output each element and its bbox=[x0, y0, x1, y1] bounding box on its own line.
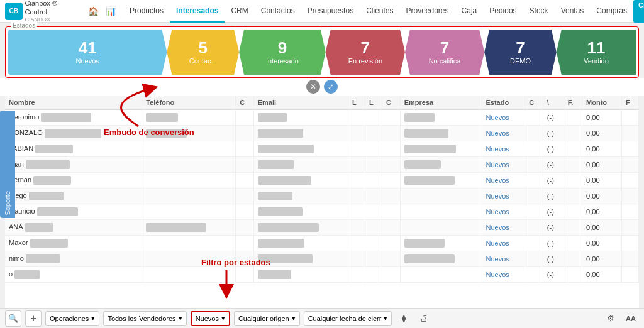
cell-l1 bbox=[348, 267, 365, 283]
cell-empresa bbox=[400, 110, 482, 126]
cell-telefono bbox=[142, 189, 236, 204]
cell-c2 bbox=[382, 267, 401, 283]
cell-nombre: Hernan bbox=[5, 173, 142, 189]
nav-clientes[interactable]: Clientes bbox=[360, 0, 399, 23]
nav-proveedores[interactable]: Proveedores bbox=[400, 0, 455, 23]
col-email[interactable]: Email bbox=[253, 96, 348, 110]
cell-c3 bbox=[525, 189, 543, 204]
dashboard-icon[interactable]: 📊 bbox=[103, 4, 118, 19]
overlay-close-button[interactable]: ✕ bbox=[306, 80, 320, 94]
cell-f bbox=[621, 236, 638, 251]
cell-fecha bbox=[564, 251, 582, 267]
origen-dropdown[interactable]: Cualquier origen ▾ bbox=[234, 311, 300, 326]
col-c2: C bbox=[382, 96, 401, 110]
cell-telefono bbox=[142, 173, 236, 189]
funnel-step-nuevos[interactable]: 41 Nuevos bbox=[8, 30, 167, 75]
user-name: Cianbox bbox=[638, 1, 644, 9]
table-row[interactable]: ANA Nuevos (-) 0,00 bbox=[5, 220, 639, 236]
brand-logo[interactable]: CB Cianbox ® Control CIANBOX bbox=[5, 0, 80, 23]
funnel-step-contac[interactable]: 5 Contac... bbox=[167, 30, 239, 75]
funnel-label-vendido: Vendido bbox=[584, 57, 609, 65]
states-funnel: 41 Nuevos 5 Contac... 9 Interesado 7 En … bbox=[8, 30, 636, 75]
cell-estado: Nuevos bbox=[482, 204, 525, 220]
col-monto[interactable]: Monto bbox=[582, 96, 622, 110]
table-row[interactable]: o Nuevos (-) 0,00 bbox=[5, 267, 639, 283]
cell-nombre: FABIAN bbox=[5, 141, 142, 157]
estado-dropdown[interactable]: Nuevos ▾ bbox=[191, 311, 230, 326]
cell-f bbox=[621, 126, 638, 141]
cell-nombre: Diego bbox=[5, 189, 142, 204]
nav-caja[interactable]: Caja bbox=[455, 0, 484, 23]
cell-l1 bbox=[348, 204, 365, 220]
nav-contactos[interactable]: Contactos bbox=[255, 0, 301, 23]
user-badge[interactable]: Cianbox Casa Central bbox=[633, 0, 644, 23]
cell-telefono bbox=[142, 157, 236, 173]
col-f: F bbox=[621, 96, 638, 110]
cell-l2 bbox=[365, 126, 382, 141]
cell-monto: 0,00 bbox=[582, 126, 622, 141]
nav-stock[interactable]: Stock bbox=[523, 0, 555, 23]
col-telefono[interactable]: Teléfono bbox=[142, 96, 236, 110]
cell-f bbox=[621, 251, 638, 267]
nav-compras[interactable]: Compras bbox=[590, 0, 633, 23]
col-estado[interactable]: Estado bbox=[482, 96, 525, 110]
search-button[interactable]: 🔍 bbox=[5, 310, 21, 327]
nav-interesados[interactable]: Interesados bbox=[170, 0, 225, 23]
cell-monto: 0,00 bbox=[582, 251, 622, 267]
fecha-dropdown[interactable]: Cualquier fecha de cierr ▾ bbox=[304, 311, 392, 326]
col-empresa[interactable]: Empresa bbox=[400, 96, 482, 110]
cell-email bbox=[253, 189, 348, 204]
cell-c3 bbox=[525, 236, 543, 251]
funnel-step-vendido[interactable]: 11 Vendido bbox=[557, 30, 636, 75]
filter-icon-button[interactable]: ⧫ bbox=[396, 310, 412, 327]
cell-fecha bbox=[564, 141, 582, 157]
cell-f bbox=[621, 267, 638, 283]
table-header-row: Nombre Teléfono C Email L L C Empresa Es… bbox=[5, 96, 639, 110]
vendedores-dropdown[interactable]: Todos los Vendedores ▾ bbox=[103, 311, 186, 326]
table-row[interactable]: nimo Nuevos (-) 0,00 bbox=[5, 251, 639, 267]
col-fecha[interactable]: F. bbox=[564, 96, 582, 110]
cell-c1 bbox=[236, 141, 254, 157]
table-row[interactable]: FABIAN Nuevos (-) 0,00 bbox=[5, 141, 639, 157]
cell-fecha bbox=[564, 220, 582, 236]
cell-estado: Nuevos bbox=[482, 157, 525, 173]
overlay-expand-button[interactable]: ⤢ bbox=[324, 80, 338, 94]
vendedores-chevron: ▾ bbox=[179, 314, 182, 322]
nav-crm[interactable]: CRM bbox=[225, 0, 254, 23]
table-row[interactable]: Diego Nuevos (-) 0,00 bbox=[5, 189, 639, 204]
funnel-step-nocalifica[interactable]: 7 No califica bbox=[405, 30, 484, 75]
funnel-label-nocalifica: No califica bbox=[429, 57, 461, 65]
cell-dash: (-) bbox=[543, 220, 564, 236]
cell-f bbox=[621, 157, 638, 173]
col-c1[interactable]: C bbox=[236, 96, 254, 110]
cell-email bbox=[253, 173, 348, 189]
main-nav-menu: Productos Interesados CRM Contactos Pres… bbox=[123, 0, 633, 23]
cell-fecha bbox=[564, 110, 582, 126]
table-row[interactable]: Juan Nuevos (-) 0,00 bbox=[5, 157, 639, 173]
table-row[interactable]: Hernan Nuevos (-) 0,00 bbox=[5, 173, 639, 189]
home-icon[interactable]: 🏠 bbox=[86, 4, 101, 19]
col-nombre[interactable]: Nombre bbox=[5, 96, 142, 110]
funnel-step-demo[interactable]: 7 DEMO bbox=[484, 30, 557, 75]
suporte-tab[interactable]: Soporte bbox=[0, 111, 15, 218]
nav-presupuestos[interactable]: Presupuestos bbox=[301, 0, 360, 23]
table-row[interactable]: Geronimo Nuevos (-) 0,00 bbox=[5, 110, 639, 126]
table-row[interactable]: GONZALO Nuevos (-) 0,00 bbox=[5, 126, 639, 141]
nav-ventas[interactable]: Ventas bbox=[555, 0, 591, 23]
nav-productos[interactable]: Productos bbox=[123, 0, 170, 23]
cell-monto: 0,00 bbox=[582, 189, 622, 204]
operaciones-dropdown[interactable]: Operaciones ▾ bbox=[45, 311, 99, 326]
font-size-button[interactable]: AA bbox=[623, 310, 639, 327]
cell-c1 bbox=[236, 204, 254, 220]
cell-empresa bbox=[400, 157, 482, 173]
add-button[interactable]: + bbox=[25, 310, 42, 327]
print-button[interactable]: 🖨 bbox=[416, 310, 432, 327]
table-row[interactable]: Maxor Nuevos (-) 0,00 bbox=[5, 236, 639, 251]
table-row[interactable]: Mauricio Nuevos (-) 0,00 bbox=[5, 204, 639, 220]
cell-l1 bbox=[348, 141, 365, 157]
funnel-step-revision[interactable]: 7 En revisión bbox=[326, 30, 405, 75]
nav-pedidos[interactable]: Pedidos bbox=[483, 0, 523, 23]
settings-button[interactable]: ⚙ bbox=[602, 310, 619, 327]
funnel-step-interesado[interactable]: 9 Interesado bbox=[239, 30, 326, 75]
cell-empresa bbox=[400, 204, 482, 220]
